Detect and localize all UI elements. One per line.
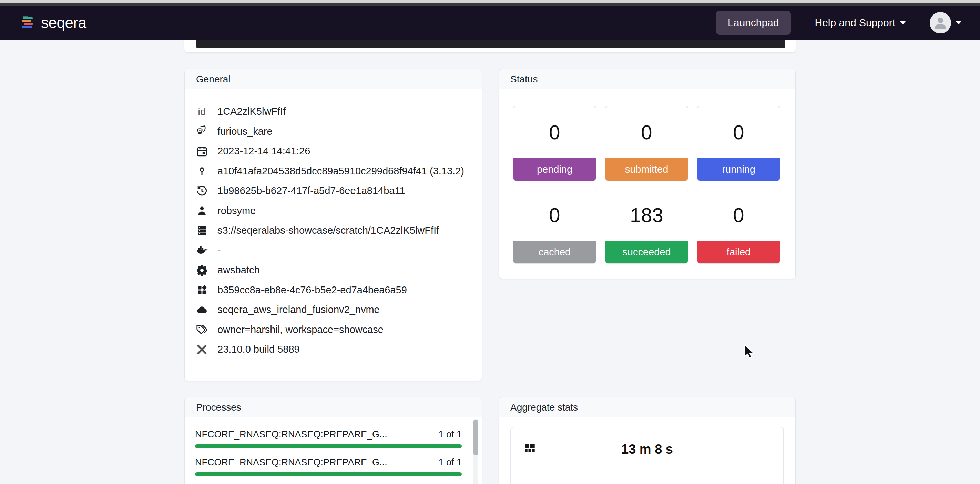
run-name-row: furious_kare (195, 122, 470, 142)
general-card-title: General (185, 69, 482, 89)
mouse-cursor (741, 343, 757, 359)
cloud-icon (195, 304, 209, 316)
status-label-running: running (697, 158, 780, 181)
person-icon (933, 15, 948, 30)
compute-env-name-row: seqera_aws_ireland_fusionv2_nvme (195, 300, 470, 320)
main-content: General id1CA2zlK5lwFfIffurious_kare2023… (185, 40, 795, 484)
compute-env-id-row: b359cc8a-eb8e-4c76-b5e2-ed7a4bea6a59 (195, 280, 470, 300)
status-count-succeeded: 183 (605, 189, 688, 240)
history-icon (195, 185, 209, 197)
status-count-submitted: 0 (605, 106, 688, 158)
status-card-title: Status (499, 69, 795, 89)
nextflow-version-value: 23.10.0 build 5889 (218, 344, 300, 355)
process-task-count: 1 of 1 (438, 457, 462, 468)
top-navbar: seqera Launchpad Help and Support (0, 5, 980, 40)
container-row: - (195, 240, 470, 261)
help-and-support-menu[interactable]: Help and Support (815, 17, 906, 29)
calendar-icon (195, 145, 209, 158)
process-name: NFCORE_RNASEQ:RNASEQ:PREPARE_G... (195, 457, 387, 468)
process-task-count: 1 of 1 (438, 429, 462, 440)
process-list: NFCORE_RNASEQ:RNASEQ:PREPARE_G...1 of 1N… (195, 429, 462, 476)
commit-icon (195, 165, 209, 177)
command-log-box (196, 40, 785, 48)
seqera-brand[interactable]: seqera (20, 14, 86, 31)
gear-icon (195, 264, 209, 277)
masks-icon (195, 125, 209, 137)
launchpad-button[interactable]: Launchpad (716, 11, 791, 35)
status-tile-failed: 0failed (697, 189, 780, 264)
executor-value: awsbatch (218, 264, 260, 276)
run-header-card (185, 40, 795, 53)
status-label-succeeded: succeeded (605, 240, 688, 263)
general-card: General id1CA2zlK5lwFfIffurious_kare2023… (185, 69, 482, 381)
workflow-id-value: 1CA2zlK5lwFfIf (218, 106, 286, 117)
process-progress-bar (195, 472, 462, 476)
labels-row: owner=harshil, workspace=showcase (195, 320, 470, 340)
work-directory-row: s3://seqeralabs-showcase/scratch/1CA2zlK… (195, 221, 470, 240)
process-item: NFCORE_RNASEQ:RNASEQ:PREPARE_G...1 of 1 (195, 429, 462, 448)
status-label-cached: cached (514, 240, 596, 263)
status-count-pending: 0 (514, 106, 596, 158)
workflow-id-row: id1CA2zlK5lwFfIf (195, 102, 470, 122)
process-item: NFCORE_RNASEQ:RNASEQ:PREPARE_G...1 of 1 (195, 457, 462, 476)
status-tile-submitted: 0submitted (605, 106, 688, 181)
work-directory-value: s3://seqeralabs-showcase/scratch/1CA2zlK… (218, 225, 439, 236)
seqera-run-detail-page: seqera Launchpad Help and Support (0, 0, 980, 484)
session-id-value: 1b98625b-b627-417f-a5d7-6ee1a814ba11 (218, 185, 405, 196)
executor-row: awsbatch (195, 260, 470, 280)
status-label-failed: failed (697, 240, 780, 263)
nextflow-icon (195, 343, 209, 356)
aggregate-stats-card: Aggregate stats 13 m 8 s (499, 397, 795, 484)
container-value: - (218, 245, 221, 256)
processes-card: Processes NFCORE_RNASEQ:RNASEQ:PREPARE_G… (185, 397, 482, 484)
docker-icon (195, 244, 209, 256)
status-tile-running: 0running (697, 106, 780, 181)
status-label-pending: pending (514, 158, 596, 181)
compute-env-id-value: b359cc8a-eb8e-4c76-b5e2-ed7a4bea6a59 (218, 284, 407, 296)
brand-name: seqera (41, 14, 86, 31)
start-date-value: 2023-12-14 14:41:26 (218, 145, 310, 157)
general-rows: id1CA2zlK5lwFfIffurious_kare2023-12-14 1… (185, 89, 482, 360)
launch-user-value: robsyme (218, 205, 256, 217)
commit-id-value: a10f41afa204538d5dcc89a5910c299d68f94f41… (218, 166, 464, 177)
status-count-running: 0 (697, 106, 780, 158)
total-duration-box: 13 m 8 s (510, 427, 784, 484)
launch-user-row: robsyme (195, 201, 470, 221)
help-and-support-label: Help and Support (815, 17, 896, 29)
browser-chrome-strip (0, 0, 980, 3)
wall-icon (522, 441, 537, 456)
aggregate-card-title: Aggregate stats (499, 398, 795, 417)
seqera-logo-icon (20, 14, 36, 31)
commit-id-row: a10f41afa204538d5dcc89a5910c299d68f94f41… (195, 161, 470, 182)
processes-scrollbar-thumb[interactable] (473, 420, 478, 455)
nextflow-version-row: 23.10.0 build 5889 (195, 339, 470, 360)
total-duration-value: 13 m 8 s (511, 442, 783, 457)
user-menu[interactable] (930, 12, 961, 33)
status-tiles: 0pending0submitted0running0cached183succ… (499, 89, 795, 279)
run-name-value: furious_kare (218, 126, 272, 137)
processes-scrollbar[interactable] (473, 419, 478, 484)
blocks-icon (195, 284, 209, 296)
status-count-cached: 0 (514, 189, 596, 240)
start-date-row: 2023-12-14 14:41:26 (195, 141, 470, 161)
user-icon (195, 204, 209, 217)
tags-icon (195, 323, 209, 336)
field-label: id (195, 106, 209, 118)
status-card: Status 0pending0submitted0running0cached… (499, 69, 795, 279)
status-tile-pending: 0pending (513, 106, 596, 181)
chevron-down-icon (900, 21, 905, 24)
session-id-row: 1b98625b-b627-417f-a5d7-6ee1a814ba11 (195, 181, 470, 201)
status-label-submitted: submitted (605, 158, 688, 181)
storage-icon (195, 224, 209, 237)
avatar (930, 12, 951, 33)
process-name: NFCORE_RNASEQ:RNASEQ:PREPARE_G... (195, 429, 387, 440)
labels-value: owner=harshil, workspace=showcase (218, 324, 383, 336)
browser-chrome-line (0, 3, 980, 5)
processes-card-title: Processes (185, 398, 482, 417)
status-count-failed: 0 (697, 189, 780, 240)
process-progress-bar (195, 444, 462, 448)
compute-env-name-value: seqera_aws_ireland_fusionv2_nvme (218, 304, 380, 315)
chevron-down-icon (956, 21, 961, 24)
status-tile-cached: 0cached (513, 189, 596, 264)
status-tile-succeeded: 183succeeded (605, 189, 688, 264)
